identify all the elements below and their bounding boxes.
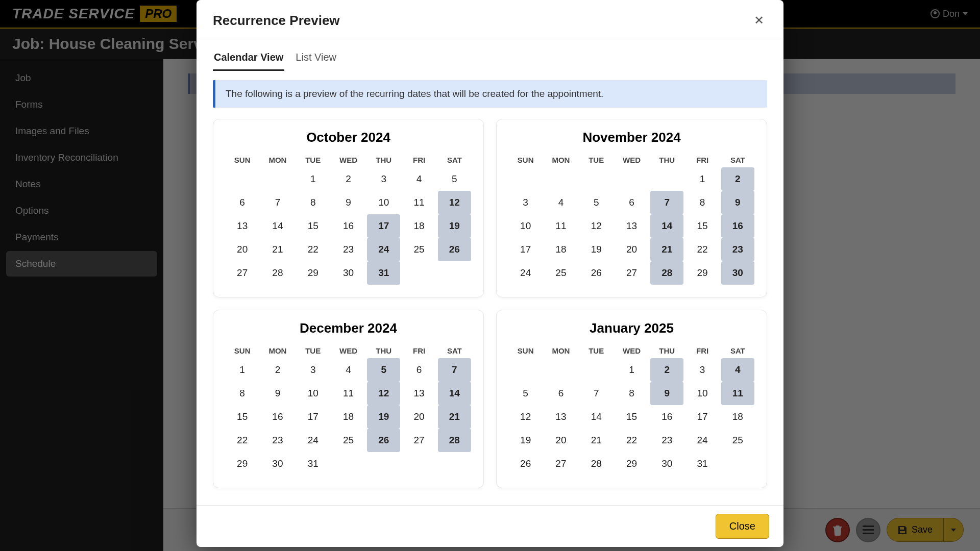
day-cell[interactable]: 1 (685, 167, 719, 191)
day-cell[interactable]: 19 (367, 405, 400, 429)
day-cell[interactable]: 11 (544, 214, 577, 238)
day-cell[interactable]: 2 (650, 358, 683, 382)
day-cell[interactable]: 5 (580, 191, 613, 214)
day-cell[interactable]: 15 (297, 214, 330, 238)
day-cell[interactable]: 20 (544, 429, 577, 452)
day-cell[interactable]: 11 (332, 382, 365, 405)
day-cell[interactable]: 29 (685, 261, 719, 285)
day-cell[interactable]: 3 (509, 191, 542, 214)
day-cell[interactable]: 28 (580, 452, 613, 475)
day-cell[interactable]: 13 (226, 214, 259, 238)
day-cell[interactable]: 5 (509, 382, 542, 405)
day-cell[interactable]: 11 (721, 382, 754, 405)
day-cell[interactable]: 4 (332, 358, 365, 382)
day-cell[interactable]: 3 (685, 358, 719, 382)
day-cell[interactable]: 26 (367, 429, 400, 452)
day-cell[interactable]: 2 (721, 167, 754, 191)
day-cell[interactable]: 7 (650, 191, 683, 214)
day-cell[interactable]: 28 (438, 429, 471, 452)
day-cell[interactable]: 7 (580, 382, 613, 405)
day-cell[interactable]: 23 (261, 429, 294, 452)
day-cell[interactable]: 16 (650, 405, 683, 429)
modal-body[interactable]: Calendar View List View The following is… (197, 39, 783, 505)
day-cell[interactable]: 8 (226, 382, 259, 405)
day-cell[interactable]: 4 (544, 191, 577, 214)
day-cell[interactable]: 31 (297, 452, 330, 475)
day-cell[interactable]: 13 (615, 214, 648, 238)
day-cell[interactable]: 18 (721, 405, 754, 429)
day-cell[interactable]: 27 (226, 261, 259, 285)
day-cell[interactable]: 15 (685, 214, 719, 238)
day-cell[interactable]: 21 (261, 238, 294, 261)
day-cell[interactable]: 14 (650, 214, 683, 238)
day-cell[interactable]: 25 (402, 238, 435, 261)
day-cell[interactable]: 30 (721, 261, 754, 285)
day-cell[interactable]: 20 (615, 238, 648, 261)
day-cell[interactable]: 13 (544, 405, 577, 429)
day-cell[interactable]: 24 (297, 429, 330, 452)
day-cell[interactable]: 3 (367, 167, 400, 191)
day-cell[interactable]: 18 (544, 238, 577, 261)
day-cell[interactable]: 21 (650, 238, 683, 261)
day-cell[interactable]: 18 (402, 214, 435, 238)
day-cell[interactable]: 29 (226, 452, 259, 475)
day-cell[interactable]: 26 (580, 261, 613, 285)
day-cell[interactable]: 21 (438, 405, 471, 429)
day-cell[interactable]: 12 (509, 405, 542, 429)
tab-calendar-view[interactable]: Calendar View (213, 48, 284, 71)
day-cell[interactable]: 6 (226, 191, 259, 214)
day-cell[interactable]: 9 (332, 191, 365, 214)
day-cell[interactable]: 15 (615, 405, 648, 429)
day-cell[interactable]: 19 (438, 214, 471, 238)
day-cell[interactable]: 23 (721, 238, 754, 261)
day-cell[interactable]: 7 (438, 358, 471, 382)
day-cell[interactable]: 11 (402, 191, 435, 214)
day-cell[interactable]: 10 (509, 214, 542, 238)
day-cell[interactable]: 19 (580, 238, 613, 261)
day-cell[interactable]: 24 (685, 429, 719, 452)
day-cell[interactable]: 3 (297, 358, 330, 382)
day-cell[interactable]: 25 (544, 261, 577, 285)
day-cell[interactable]: 31 (685, 452, 719, 475)
day-cell[interactable]: 6 (544, 382, 577, 405)
day-cell[interactable]: 22 (226, 429, 259, 452)
day-cell[interactable]: 2 (332, 167, 365, 191)
day-cell[interactable]: 6 (615, 191, 648, 214)
day-cell[interactable]: 14 (261, 214, 294, 238)
day-cell[interactable]: 29 (615, 452, 648, 475)
day-cell[interactable]: 30 (261, 452, 294, 475)
day-cell[interactable]: 16 (721, 214, 754, 238)
day-cell[interactable]: 18 (332, 405, 365, 429)
day-cell[interactable]: 17 (297, 405, 330, 429)
day-cell[interactable]: 4 (402, 167, 435, 191)
day-cell[interactable]: 20 (402, 405, 435, 429)
day-cell[interactable]: 14 (438, 382, 471, 405)
day-cell[interactable]: 26 (509, 452, 542, 475)
day-cell[interactable]: 24 (367, 238, 400, 261)
day-cell[interactable]: 4 (721, 358, 754, 382)
day-cell[interactable]: 28 (261, 261, 294, 285)
day-cell[interactable]: 20 (226, 238, 259, 261)
day-cell[interactable]: 17 (685, 405, 719, 429)
day-cell[interactable]: 23 (650, 429, 683, 452)
day-cell[interactable]: 12 (580, 214, 613, 238)
day-cell[interactable]: 27 (402, 429, 435, 452)
day-cell[interactable]: 12 (367, 382, 400, 405)
day-cell[interactable]: 1 (297, 167, 330, 191)
day-cell[interactable]: 30 (332, 261, 365, 285)
day-cell[interactable]: 12 (438, 191, 471, 214)
day-cell[interactable]: 16 (332, 214, 365, 238)
day-cell[interactable]: 22 (297, 238, 330, 261)
day-cell[interactable]: 10 (367, 191, 400, 214)
day-cell[interactable]: 31 (367, 261, 400, 285)
day-cell[interactable]: 27 (544, 452, 577, 475)
day-cell[interactable]: 24 (509, 261, 542, 285)
day-cell[interactable]: 22 (615, 429, 648, 452)
day-cell[interactable]: 29 (297, 261, 330, 285)
day-cell[interactable]: 30 (650, 452, 683, 475)
day-cell[interactable]: 2 (261, 358, 294, 382)
day-cell[interactable]: 16 (261, 405, 294, 429)
day-cell[interactable]: 23 (332, 238, 365, 261)
day-cell[interactable]: 9 (721, 191, 754, 214)
day-cell[interactable]: 1 (615, 358, 648, 382)
